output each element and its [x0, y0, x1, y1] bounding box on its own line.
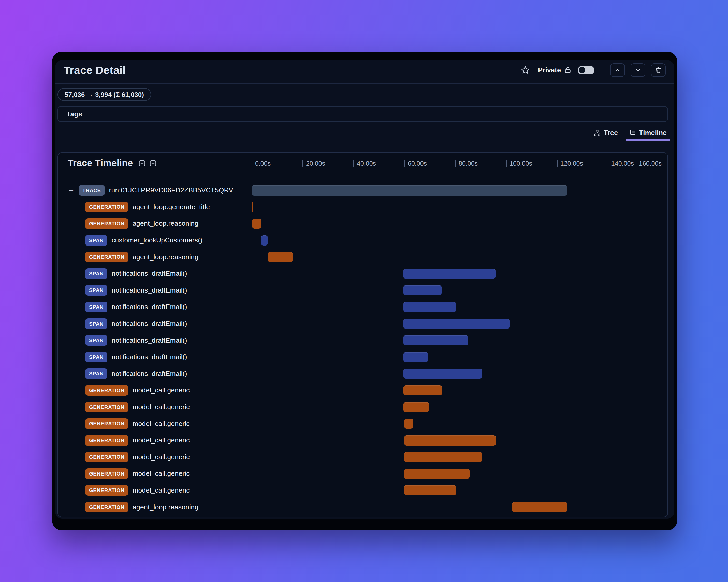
hierarchy-icon: [594, 130, 601, 137]
timeline-row[interactable]: SPANnotifications_draftEmail(): [58, 365, 668, 382]
collapse-toggle-icon[interactable]: −: [68, 186, 75, 194]
expand-all-button[interactable]: [138, 160, 146, 167]
timeline-row[interactable]: GENERATIONmodel_call.generic: [58, 465, 668, 482]
timeline-row[interactable]: SPANnotifications_draftEmail(): [58, 315, 668, 332]
timeline-row[interactable]: GENERATIONmodel_call.generic: [58, 432, 668, 449]
axis-tick-label: 80.00s: [459, 160, 478, 167]
timeline-row[interactable]: GENERATIONagent_loop.reasoning: [58, 215, 668, 232]
duration-bar[interactable]: [252, 219, 261, 229]
row-label: SPANnotifications_draftEmail(): [58, 315, 187, 332]
duration-bar[interactable]: [404, 368, 482, 379]
duration-bar[interactable]: [404, 319, 510, 329]
timeline-row[interactable]: GENERATIONagent_loop.reasoning: [58, 249, 668, 265]
tabs-divider: [55, 140, 674, 140]
observation-name: customer_lookUpCustomers(): [112, 237, 203, 244]
expand-down-button[interactable]: [630, 63, 645, 77]
row-label: GENERATIONmodel_call.generic: [58, 399, 190, 416]
tags-input[interactable]: Tags: [57, 106, 668, 122]
tab-timeline-label: Timeline: [639, 129, 667, 137]
timeline-row[interactable]: GENERATIONagent_loop.reasoning: [58, 499, 668, 516]
observation-type-badge: GENERATION: [85, 252, 128, 262]
timeline-row[interactable]: −TRACErun:01JCTPR9VD06FD2ZBB5VCT5QRV: [58, 182, 668, 199]
delete-button[interactable]: [651, 63, 666, 77]
observation-type-badge: GENERATION: [85, 452, 128, 462]
duration-bar[interactable]: [404, 352, 428, 362]
row-track: [252, 182, 658, 199]
row-label: GENERATIONagent_loop.reasoning: [58, 249, 199, 265]
collapse-all-button[interactable]: [149, 160, 157, 167]
duration-bar[interactable]: [512, 502, 567, 512]
row-track: [252, 499, 658, 516]
axis-tick: [557, 160, 557, 167]
duration-bar[interactable]: [404, 269, 495, 279]
duration-bar[interactable]: [404, 402, 429, 412]
observation-type-badge: SPAN: [85, 335, 107, 345]
duration-bar[interactable]: [404, 385, 442, 395]
row-track: [252, 282, 658, 299]
duration-bar[interactable]: [404, 285, 442, 295]
duration-bar[interactable]: [404, 302, 456, 312]
row-track: [252, 415, 658, 432]
timeline-row[interactable]: GENERATIONmodel_call.generic: [58, 449, 668, 466]
axis-tick: [455, 160, 456, 167]
observation-name: model_call.generic: [132, 487, 190, 494]
duration-bar[interactable]: [252, 185, 568, 196]
timeline-row[interactable]: SPANnotifications_draftEmail(): [58, 299, 668, 315]
timeline-row[interactable]: SPANnotifications_draftEmail(): [58, 332, 668, 349]
duration-bar[interactable]: [404, 335, 468, 345]
observation-name: agent_loop.reasoning: [132, 503, 199, 511]
observation-name: notifications_draftEmail(): [112, 303, 187, 311]
row-label: GENERATIONagent_loop.generate_title: [58, 199, 210, 216]
observation-type-badge: GENERATION: [85, 502, 128, 512]
chevron-up-icon: [614, 66, 621, 74]
duration-bar[interactable]: [261, 235, 268, 246]
timeline-row[interactable]: SPANcustomer_lookUpCustomers(): [58, 232, 668, 249]
tab-tree[interactable]: Tree: [590, 126, 621, 140]
row-label: GENERATIONmodel_call.generic: [58, 432, 190, 449]
observation-name: notifications_draftEmail(): [112, 370, 187, 378]
timeline-row[interactable]: SPANnotifications_draftEmail(): [58, 265, 668, 282]
lock-icon: [564, 66, 572, 74]
axis-tick: [303, 160, 303, 167]
tab-tree-label: Tree: [604, 129, 618, 137]
axis-tick: [506, 160, 507, 167]
trace-detail-window: Trace Detail Private: [52, 52, 677, 530]
timeline-row[interactable]: GENERATIONagent_loop.generate_title: [58, 199, 668, 216]
section-divider: [55, 150, 674, 150]
observation-name: model_call.generic: [132, 436, 190, 444]
timeline-row[interactable]: GENERATIONmodel_call.generic: [58, 415, 668, 432]
row-track: [252, 215, 658, 232]
observation-type-badge: SPAN: [85, 318, 107, 329]
row-label: SPANnotifications_draftEmail(): [58, 332, 187, 349]
observation-name: agent_loop.generate_title: [132, 203, 210, 211]
row-label: SPANnotifications_draftEmail(): [58, 299, 187, 315]
plus-square-icon: [138, 160, 146, 167]
star-icon[interactable]: [521, 65, 530, 75]
row-track: [252, 465, 658, 482]
row-label: GENERATIONmodel_call.generic: [58, 465, 190, 482]
duration-bar[interactable]: [252, 202, 253, 212]
duration-bar[interactable]: [404, 419, 413, 429]
row-track: [252, 365, 658, 382]
duration-bar[interactable]: [404, 469, 470, 479]
privacy-toggle[interactable]: [578, 66, 595, 75]
duration-bar[interactable]: [268, 252, 293, 262]
duration-bar[interactable]: [404, 435, 496, 445]
timeline-row[interactable]: GENERATIONmodel_call.generic: [58, 482, 668, 499]
collapse-up-button[interactable]: [610, 63, 625, 77]
tab-timeline[interactable]: Timeline: [626, 126, 670, 140]
duration-bar[interactable]: [404, 485, 456, 495]
observation-type-badge: GENERATION: [85, 201, 128, 212]
observation-name: notifications_draftEmail(): [112, 353, 187, 361]
timeline-row[interactable]: SPANnotifications_draftEmail(): [58, 282, 668, 299]
row-label: GENERATIONmodel_call.generic: [58, 482, 190, 499]
timeline-row[interactable]: SPANnotifications_draftEmail(): [58, 349, 668, 365]
timeline-row[interactable]: GENERATIONmodel_call.generic: [58, 382, 668, 399]
observation-type-badge: SPAN: [85, 235, 107, 246]
duration-bar[interactable]: [404, 452, 482, 462]
row-label: SPANnotifications_draftEmail(): [58, 265, 187, 282]
observation-type-badge: GENERATION: [85, 468, 128, 479]
axis-tick-label: 140.00s: [611, 160, 634, 167]
list-tree-icon: [629, 130, 636, 137]
timeline-row[interactable]: GENERATIONmodel_call.generic: [58, 399, 668, 416]
